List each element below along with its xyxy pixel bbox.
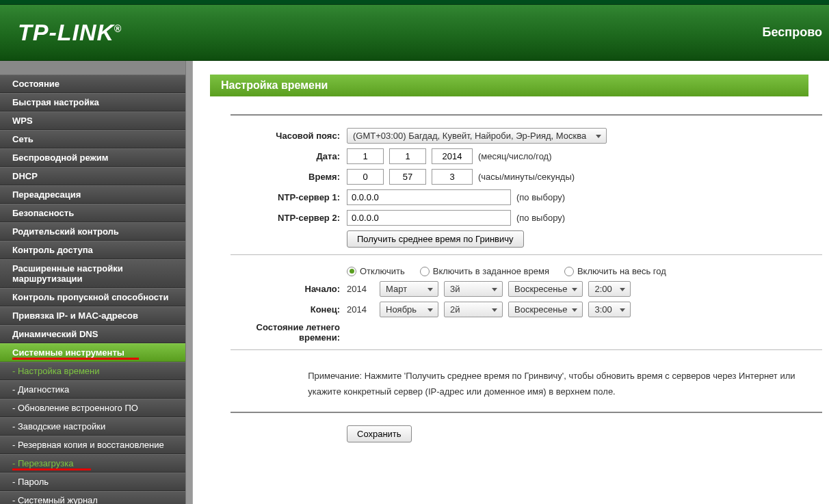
label-start: Начало: [231, 284, 347, 294]
sidebar-item-bandwidth[interactable]: Контроль пропускной способности [0, 288, 185, 306]
ntp1-hint: (по выбору) [516, 192, 565, 202]
ntp2-input[interactable] [347, 210, 511, 226]
start-year: 2014 [347, 284, 374, 294]
sidebar-item-system-tools[interactable]: Системные инструменты [0, 343, 185, 362]
sidebar-sub-label: - Перезагрузка [12, 458, 73, 468]
start-day-select[interactable]: Воскресенье [508, 281, 583, 297]
sidebar-sub-diagnostics[interactable]: - Диагностика [0, 380, 185, 399]
annotation-underline [12, 468, 91, 470]
sidebar-sub-backup[interactable]: - Резервная копия и восстановление [0, 436, 185, 454]
date-hint: (месяц/число/год) [478, 151, 552, 161]
time-hint: (часы/минуты/секунды) [478, 172, 575, 182]
radio-disable[interactable]: Отключить [347, 266, 405, 276]
sidebar-sub-firmware[interactable]: - Обновление встроенного ПО [0, 399, 185, 417]
separator [231, 114, 822, 116]
end-time-select[interactable]: 3:00 [588, 302, 631, 317]
date-month-input[interactable] [347, 148, 384, 164]
label-date: Дата: [231, 151, 347, 161]
label-dst-state: Состояние летнего времени: [231, 322, 347, 343]
separator [231, 412, 822, 413]
sidebar-item-security[interactable]: Безопасность [0, 204, 185, 222]
brand-logo: TP-LINK® [18, 19, 122, 46]
start-week-select[interactable]: 3й [444, 281, 503, 297]
start-month-select[interactable]: Март [380, 281, 438, 297]
end-week-select[interactable]: 2й [444, 302, 503, 317]
radio-enable-range[interactable]: Включить в заданное время [420, 266, 549, 276]
sidebar-sub-syslog[interactable]: - Системный журнал [0, 491, 185, 504]
sidebar-item-ddns[interactable]: Динамический DNS [0, 325, 185, 343]
label-end: Конец: [231, 304, 347, 315]
sidebar: Состояние Быстрая настройка WPS Сеть Бес… [0, 61, 185, 504]
time-minute-input[interactable] [389, 169, 426, 185]
separator [231, 349, 822, 350]
end-day-select[interactable]: Воскресенье [508, 302, 583, 317]
sidebar-item-dhcp[interactable]: DHCP [0, 167, 185, 185]
ntp1-input[interactable] [347, 189, 511, 205]
radio-icon [564, 267, 574, 276]
sidebar-item-parental[interactable]: Родительский контроль [0, 222, 185, 241]
note-text: Примечание: Нажмите 'Получить среднее вр… [308, 368, 822, 400]
sidebar-item-label: Системные инструменты [12, 347, 124, 358]
end-month-select[interactable]: Ноябрь [380, 302, 438, 317]
column-divider [185, 61, 193, 504]
annotation-underline [12, 358, 139, 360]
main-content: Настройка времени Часовой пояс: (GMT+03:… [193, 61, 829, 504]
save-button[interactable]: Сохранить [347, 425, 412, 442]
sidebar-item-wireless[interactable]: Беспроводной режим [0, 148, 185, 167]
label-timezone: Часовой пояс: [231, 131, 347, 141]
start-time-select[interactable]: 2:00 [588, 281, 631, 297]
sidebar-item-forwarding[interactable]: Переадресация [0, 185, 185, 204]
label-ntp1: NTP-сервер 1: [231, 192, 347, 202]
ntp2-hint: (по выбору) [516, 213, 565, 223]
date-day-input[interactable] [389, 148, 426, 164]
sidebar-item-status[interactable]: Состояние [0, 75, 185, 93]
time-second-input[interactable] [432, 169, 473, 185]
sidebar-sub-time[interactable]: - Настройка времени [0, 362, 185, 380]
label-time: Время: [231, 172, 347, 182]
separator [231, 254, 822, 255]
label-ntp2: NTP-сервер 2: [231, 213, 347, 223]
end-year: 2014 [347, 304, 374, 315]
sidebar-item-quick-setup[interactable]: Быстрая настройка [0, 93, 185, 111]
sidebar-sub-reboot[interactable]: - Перезагрузка [0, 454, 185, 473]
sidebar-sub-password[interactable]: - Пароль [0, 473, 185, 491]
sidebar-item-network[interactable]: Сеть [0, 130, 185, 148]
sidebar-item-wps[interactable]: WPS [0, 111, 185, 130]
sidebar-sub-factory[interactable]: - Заводские настройки [0, 417, 185, 436]
header: TP-LINK® Беспрово [0, 5, 829, 61]
sidebar-item-ipmac[interactable]: Привязка IP- и MAC-адресов [0, 306, 185, 325]
top-bar [0, 0, 829, 5]
sidebar-item-access[interactable]: Контроль доступа [0, 241, 185, 259]
radio-enable-year[interactable]: Включить на весь год [564, 266, 666, 276]
time-hour-input[interactable] [347, 169, 384, 185]
date-year-input[interactable] [432, 148, 473, 164]
get-gmt-button[interactable]: Получить среднее время по Гринвичу [347, 230, 524, 248]
radio-icon [420, 267, 430, 276]
page-title: Настройка времени [210, 75, 808, 96]
brand-reg: ® [114, 23, 122, 34]
timezone-select[interactable]: (GMT+03:00) Багдад, Кувейт, Найроби, Эр-… [347, 128, 607, 144]
brand-text: TP-LINK [18, 19, 114, 45]
sidebar-item-routing[interactable]: Расширенные настройки маршрутизации [0, 259, 185, 288]
header-title: Беспрово [763, 25, 822, 40]
radio-icon [347, 267, 356, 276]
